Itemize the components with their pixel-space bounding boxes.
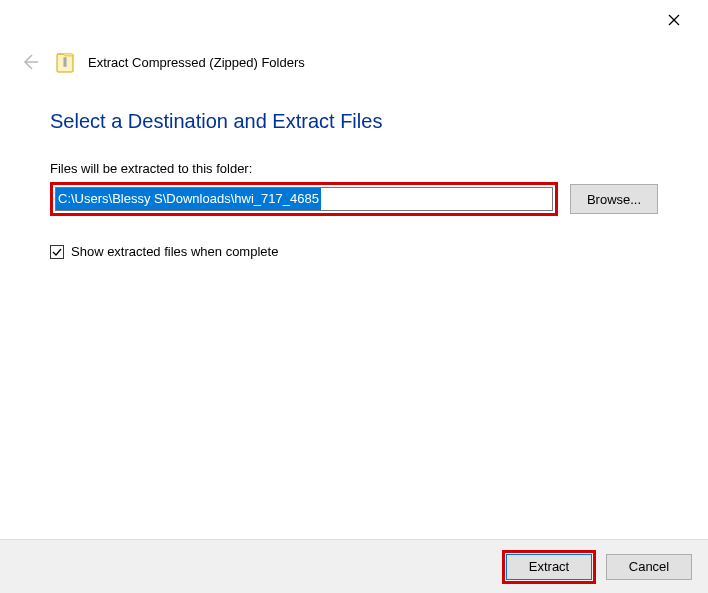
back-arrow-icon <box>20 52 40 72</box>
destination-label: Files will be extracted to this folder: <box>50 161 658 176</box>
close-button[interactable] <box>652 5 696 35</box>
destination-row: C:\Users\Blessy S\Downloads\hwi_717_4685… <box>50 182 658 216</box>
extract-highlight: Extract <box>502 550 596 584</box>
page-heading: Select a Destination and Extract Files <box>50 110 658 133</box>
titlebar <box>0 0 708 40</box>
wizard-footer: Extract Cancel <box>0 539 708 593</box>
destination-highlight: C:\Users\Blessy S\Downloads\hwi_717_4685 <box>50 182 558 216</box>
destination-input[interactable]: C:\Users\Blessy S\Downloads\hwi_717_4685 <box>55 187 553 211</box>
destination-path-text: C:\Users\Blessy S\Downloads\hwi_717_4685 <box>56 188 321 210</box>
window-title: Extract Compressed (Zipped) Folders <box>88 55 305 70</box>
wizard-header: Extract Compressed (Zipped) Folders <box>0 40 708 88</box>
show-files-checkbox[interactable] <box>50 245 64 259</box>
close-icon <box>668 14 680 26</box>
browse-button[interactable]: Browse... <box>570 184 658 214</box>
show-files-label: Show extracted files when complete <box>71 244 278 259</box>
wizard-content: Select a Destination and Extract Files F… <box>0 88 708 259</box>
cancel-button[interactable]: Cancel <box>606 554 692 580</box>
checkmark-icon <box>51 246 63 258</box>
svg-rect-4 <box>64 57 67 67</box>
extract-button[interactable]: Extract <box>506 554 592 580</box>
back-button <box>18 50 42 74</box>
zip-folder-icon <box>56 51 74 73</box>
show-files-checkbox-row[interactable]: Show extracted files when complete <box>50 244 658 259</box>
